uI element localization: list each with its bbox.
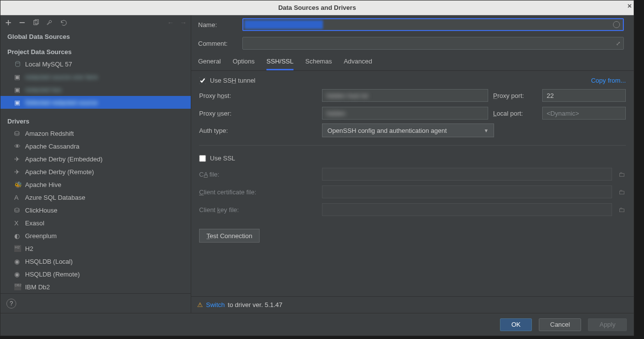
driver-item[interactable]: ◉HSQLDB (Remote) (0, 268, 191, 280)
driver-item[interactable]: ✈Apache Derby (Remote) (0, 165, 191, 178)
close-icon[interactable]: × (627, 1, 632, 10)
switch-link[interactable]: Switch (206, 301, 225, 308)
driver-item[interactable]: ◉HSQLDB (Local) (0, 255, 191, 268)
driver-label: Apache Cassandra (25, 143, 80, 150)
local-port-input[interactable]: <Dynamic> (542, 107, 626, 120)
driver-label: Apache Derby (Remote) (25, 168, 94, 176)
browse-folder-icon[interactable]: 🗀 (617, 206, 626, 214)
browse-folder-icon[interactable]: 🗀 (617, 188, 626, 196)
driver-label: Greenplum (25, 232, 57, 240)
tab-schemas[interactable]: Schemas (305, 58, 332, 70)
driver-item[interactable]: AAzure SQL Database (0, 191, 191, 204)
browse-folder-icon[interactable]: 🗀 (617, 171, 626, 178)
name-input[interactable] (242, 18, 624, 31)
client-key-input (322, 203, 612, 216)
driver-icon: ◉ (14, 271, 21, 277)
driver-icon: 🐝 (14, 181, 21, 188)
proxy-port-value: 22 (547, 92, 554, 99)
clear-icon[interactable] (613, 21, 620, 28)
use-ssh-checkbox[interactable] (199, 77, 206, 84)
left-toolbar: ← → (0, 15, 191, 30)
driver-item[interactable]: DB2IBM Db2 (0, 280, 191, 293)
tab-advanced[interactable]: Advanced (344, 58, 372, 70)
separator (199, 145, 626, 146)
back-arrow-icon[interactable]: ← (167, 19, 174, 27)
driver-item[interactable]: ⛁ClickHouse (0, 204, 191, 216)
driver-label: H2 (25, 245, 33, 252)
driver-icon: H2 (14, 245, 21, 252)
driver-label: IBM Db2 (25, 283, 50, 291)
expand-icon[interactable]: ⤢ (616, 40, 620, 47)
proxy-host-input[interactable]: hidden host txt (322, 89, 488, 102)
data-source-item[interactable]: ▣ Selected redacted source (0, 96, 191, 109)
ca-file-input (322, 168, 612, 181)
tab-ssh-ssl[interactable]: SSH/SSL (266, 58, 293, 70)
driver-label: Apache Hive (25, 181, 61, 188)
auth-type-select[interactable]: OpenSSH config and authentication agent … (322, 123, 494, 137)
driver-icon: ✈ (14, 168, 21, 175)
use-ssl-label: Use SSL (210, 154, 235, 162)
window-title: Data Sources and Drivers (278, 4, 356, 11)
svg-point-2 (16, 62, 20, 63)
local-port-label: Local port: (493, 110, 537, 117)
dialog-footer: OK Cancel Apply (0, 313, 634, 336)
data-source-item[interactable]: ▣ redacted source one here (0, 70, 191, 83)
section-project-heading: Project Data Sources (0, 45, 191, 58)
tab-general[interactable]: General (198, 58, 221, 70)
auth-type-label: Auth type: (199, 127, 317, 134)
data-source-item[interactable]: ▣ redacted two (0, 83, 191, 96)
cancel-button[interactable]: Cancel (539, 318, 581, 331)
client-cert-label: Client certificate file: (199, 188, 317, 196)
proxy-user-value: hidden (326, 110, 346, 117)
test-connection-button[interactable]: Test Connection (199, 229, 260, 243)
ok-button[interactable]: OK (500, 318, 532, 331)
name-value-redacted (244, 20, 323, 29)
help-icon[interactable]: ? (6, 299, 16, 308)
driver-label: Exasol (25, 219, 44, 227)
remove-icon[interactable] (18, 19, 26, 27)
driver-item[interactable]: ✈Apache Derby (Embedded) (0, 153, 191, 165)
revert-icon[interactable] (59, 19, 67, 27)
apply-button[interactable]: Apply (588, 318, 627, 331)
data-source-label: redacted two (25, 86, 61, 93)
driver-item[interactable]: ◐Greenplum (0, 229, 191, 242)
driver-label: HSQLDB (Local) (25, 258, 73, 265)
local-port-placeholder: <Dynamic> (547, 110, 579, 117)
client-key-label: Client key file: (199, 206, 317, 214)
data-source-label: Selected redacted source (25, 99, 97, 106)
driver-icon: ◐ (14, 232, 21, 239)
proxy-user-input[interactable]: hidden (322, 107, 488, 120)
copy-icon[interactable] (32, 19, 40, 27)
data-source-item[interactable]: Local MySQL 57 (0, 58, 191, 70)
driver-item[interactable]: 🐝Apache Hive (0, 178, 191, 191)
driver-icon: A (14, 194, 21, 201)
driver-icon: DB2 (14, 283, 21, 290)
comment-label: Comment: (198, 40, 237, 47)
driver-item[interactable]: 👁Apache Cassandra (0, 140, 191, 153)
driver-item[interactable]: ⛁Amazon Redshift (0, 127, 191, 140)
chevron-down-icon: ▼ (484, 128, 489, 133)
forward-arrow-icon[interactable]: → (180, 19, 187, 27)
tab-body: Use SSH tunnel Copy from... Proxy host: … (191, 71, 634, 296)
proxy-user-label: Proxy user: (199, 110, 317, 117)
driver-item[interactable]: XExasol (0, 216, 191, 229)
copy-from-link[interactable]: Copy from... (591, 77, 626, 84)
driver-item[interactable]: H2H2 (0, 242, 191, 255)
wrench-icon[interactable] (46, 19, 54, 27)
title-bar: Data Sources and Drivers × (0, 0, 634, 15)
driver-icon: ◉ (14, 258, 21, 265)
driver-icon: 👁 (14, 143, 21, 150)
driver-label: HSQLDB (Remote) (25, 271, 80, 278)
proxy-port-input[interactable]: 22 (542, 89, 626, 102)
ca-file-label: CA file: (199, 171, 317, 178)
driver-icon: ⛁ (14, 207, 21, 214)
tab-options[interactable]: Options (233, 58, 255, 70)
proxy-port-label: Proxy port: (493, 92, 537, 99)
right-panel: Name: Comment: ⤢ General Options SSH/SSL… (191, 15, 634, 313)
section-global-heading: Global Data Sources (0, 30, 191, 42)
add-icon[interactable] (4, 19, 12, 27)
help-area: ? (0, 293, 191, 313)
use-ssl-checkbox[interactable] (199, 155, 206, 162)
use-ssh-label: Use SSH tunnel (210, 77, 256, 84)
comment-input[interactable]: ⤢ (242, 37, 624, 50)
